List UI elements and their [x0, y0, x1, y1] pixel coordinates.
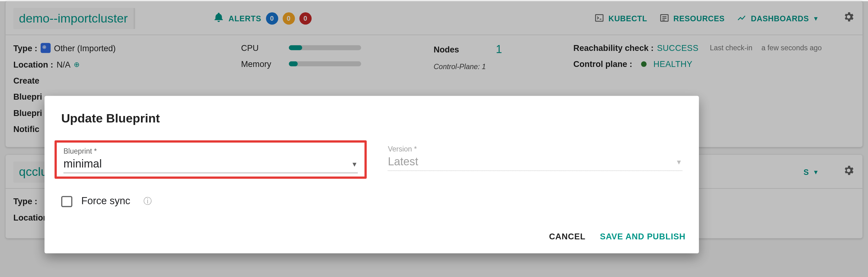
- cancel-button[interactable]: CANCEL: [549, 232, 585, 241]
- modal-title: Update Blueprint: [44, 111, 699, 140]
- save-and-publish-button[interactable]: SAVE AND PUBLISH: [600, 232, 686, 241]
- chevron-down-icon: ▼: [351, 160, 358, 168]
- force-sync-checkbox[interactable]: [61, 195, 72, 207]
- blueprint-field-label: Blueprint *: [64, 147, 358, 155]
- version-field-value: Latest: [388, 155, 418, 168]
- version-field-label: Version *: [388, 145, 682, 153]
- blueprint-field[interactable]: Blueprint * minimal ▼: [55, 140, 367, 179]
- version-field[interactable]: Version * Latest ▼: [381, 140, 689, 179]
- update-blueprint-modal: Update Blueprint Blueprint * minimal ▼ V…: [44, 96, 699, 253]
- force-sync-label: Force sync: [81, 195, 130, 207]
- info-icon[interactable]: ⓘ: [144, 196, 152, 206]
- blueprint-field-value: minimal: [64, 158, 102, 170]
- chevron-down-icon: ▼: [676, 158, 682, 166]
